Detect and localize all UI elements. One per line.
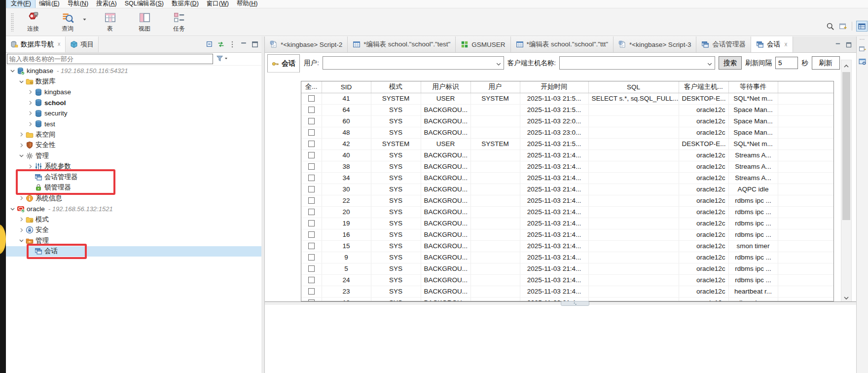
chevron-right-icon[interactable] [18,227,25,233]
scrollbar-thumb[interactable] [842,72,850,220]
minimize-button[interactable] [834,40,841,48]
close-icon[interactable]: ☓ [58,41,61,48]
tree-item-14[interactable]: oracle- 192.168.56.132:1521 [6,204,261,215]
client-host-filter-combo[interactable] [559,56,715,70]
tree-item-10[interactable]: 系统参数 [6,161,261,172]
row-checkbox[interactable] [308,254,315,261]
tree-item-8[interactable]: 安全性 [6,140,261,151]
user-filter-combo[interactable] [323,56,504,70]
row-checkbox[interactable] [308,265,315,272]
row-checkbox[interactable] [308,141,315,147]
row-checkbox[interactable] [308,231,315,238]
expander[interactable] [18,78,25,85]
chevron-right-icon[interactable] [18,216,25,223]
maximize-button[interactable] [251,40,259,48]
session-row-15[interactable]: 9SYSBACKGROU...2025-11-03 21:4...oracle1… [301,252,834,263]
chevron-right-icon[interactable] [18,131,25,138]
expander[interactable] [18,142,25,149]
expander[interactable] [18,131,25,138]
menu-item-4[interactable]: 搜索(A) [92,0,121,8]
tree-item-17[interactable]: 管理 [6,235,261,246]
tree-item-3[interactable]: kingbase [6,87,261,98]
session-row-11[interactable]: 20SYSBACKGROU...2025-11-03 21:4...oracle… [301,206,834,218]
minimize-button[interactable] [240,40,248,48]
expander[interactable] [9,67,16,75]
expander[interactable] [27,99,34,107]
editor-tab-2[interactable]: *编辑表 school."school"."test" [348,37,456,52]
scroll-down-holder[interactable] [842,293,850,301]
column-header-client_host[interactable]: 客户端主机... [679,81,728,93]
chevron-right-icon[interactable] [27,163,34,170]
session-row-8[interactable]: 34SYSBACKGROU...2025-11-03 21:4...oracle… [301,172,834,184]
scroll-up-icon[interactable] [842,62,850,70]
session-row-12[interactable]: 19SYSBACKGROU...2025-11-03 21:4...oracle… [301,218,834,229]
filter-funnel-button[interactable] [216,55,228,62]
session-row-13[interactable]: 16SYSBACKGROU...2025-11-03 21:4...oracle… [301,229,834,240]
chevron-down-icon[interactable] [9,68,16,74]
column-header-start_time[interactable]: 开始时间 [520,81,588,93]
view-menu-button[interactable] [228,40,236,48]
sidebar-tab-1[interactable]: 数据库导航☓ [6,37,66,52]
query-button[interactable]: 查询 [53,11,82,33]
splitter-handle[interactable] [561,301,589,306]
tree-item-5[interactable]: security [6,108,261,119]
horizontal-splitter[interactable] [265,301,856,305]
session-row-3[interactable]: 60SYSBACKGROU...2025-11-03 22:0...oracle… [301,115,834,127]
refresh-interval-input[interactable] [775,57,798,69]
menu-item-3[interactable]: 导航(N) [64,0,92,8]
chevron-right-icon[interactable] [27,121,34,127]
combo-caret-icon[interactable] [707,61,713,67]
expander[interactable] [27,110,34,117]
close-icon[interactable]: ☓ [784,41,788,48]
expander[interactable] [9,205,16,213]
column-header-user_flag[interactable]: 用户标识 [421,81,470,93]
tree-item-16[interactable]: 安全 [6,225,261,236]
tree-item-7[interactable]: 表空间 [6,129,261,140]
table-name-filter-input[interactable] [7,54,213,64]
open-perspective-button[interactable] [839,22,847,31]
session-row-18[interactable]: 23SYSBACKGROU...2025-11-03 21:4...oracle… [301,286,834,297]
tree-item-2[interactable]: 数据库 [6,76,261,87]
editor-tab-5[interactable]: *<kingbase> Script-3 [614,37,696,52]
column-header-mode[interactable]: 模式 [371,81,421,93]
row-checkbox[interactable] [308,163,315,170]
session-row-1[interactable]: 41SYSTEMUSERSYSTEM2025-11-03 21:5...SELE… [301,93,834,104]
tree-item-13[interactable]: 系统信息 [6,193,261,204]
session-row-7[interactable]: 38SYSBACKGROU...2025-11-03 21:4...oracle… [301,161,834,172]
chevron-right-icon[interactable] [27,110,34,116]
active-perspective-button[interactable] [857,21,867,31]
session-row-6[interactable]: 40SYSBACKGROU...2025-11-03 21:4...oracle… [301,149,834,161]
row-checkbox[interactable] [308,209,315,215]
vertical-scrollbar[interactable] [841,60,852,302]
restore-view-button[interactable] [858,44,867,53]
query-dropdown-button[interactable] [82,15,90,24]
chevron-right-icon[interactable] [27,89,34,95]
session-row-10[interactable]: 22SYSBACKGROU...2025-11-03 21:4...oracle… [301,195,834,206]
column-header-user[interactable]: 用户 [470,81,520,93]
editor-tab-1[interactable]: *<kingbase> Script-2 [265,37,348,52]
expander[interactable] [18,216,25,223]
row-checkbox[interactable] [308,107,315,113]
search-button[interactable]: 搜索 [719,56,742,70]
toolbar-drag-handle[interactable] [11,13,14,32]
connect-button[interactable]: 连接 [19,11,47,33]
row-checkbox[interactable] [308,186,315,192]
session-row-16[interactable]: 5SYSBACKGROU...2025-11-03 21:4...oracle1… [301,263,834,274]
tree-item-18[interactable]: 会话 [6,246,261,257]
session-row-9[interactable]: 30SYSBACKGROU...2025-11-03 21:4...oracle… [301,184,834,195]
menu-item-2[interactable]: 编辑(E) [35,0,64,8]
strip-overflow-dots[interactable]: ⋯ [860,37,866,40]
row-checkbox[interactable] [308,118,315,124]
tree-item-1[interactable]: kingbase- 192.168.150.116:54321 [6,66,261,76]
column-header-empty[interactable] [778,81,834,93]
scroll-down-icon[interactable] [842,294,850,302]
tree-item-4[interactable]: school [6,98,261,109]
expander[interactable] [18,226,25,234]
chevron-down-icon[interactable] [18,78,25,85]
sidebar-splitter[interactable] [261,37,265,373]
maximize-button[interactable] [845,40,852,48]
editor-tab-6[interactable]: 会话管理器 [696,37,751,52]
tree-item-11[interactable]: 会话管理器 [6,172,261,183]
menu-item-8[interactable]: 帮助(H) [233,0,261,8]
row-checkbox[interactable] [308,175,315,181]
